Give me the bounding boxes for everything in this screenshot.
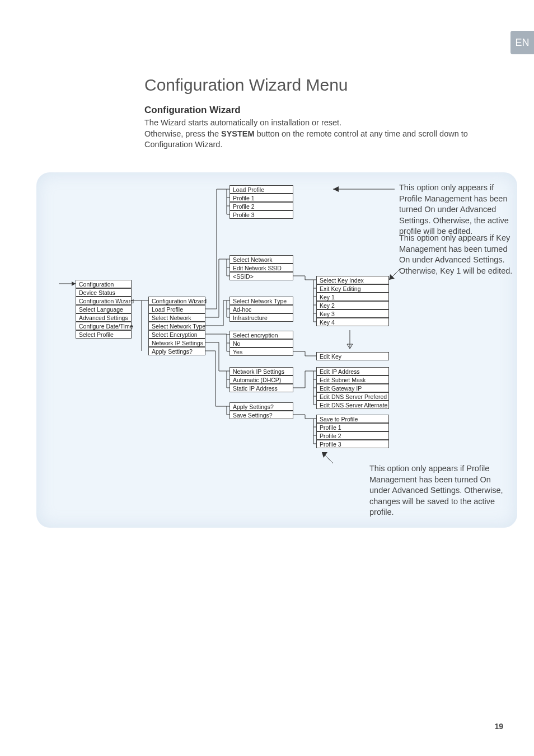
annotation-key-mgmt: This option only appears if Key Manageme… [399, 233, 517, 276]
ssid-value: <SSID> [229, 272, 293, 280]
wizard-select-encryption: Select Encryption [148, 330, 205, 339]
header-block: Configuration Wizard Menu Configuration … [144, 76, 500, 151]
edit-ip-address: Edit IP Address [316, 367, 389, 375]
ip-automatic: Automatic (DHCP) [229, 375, 293, 384]
key-4: Key 4 [316, 318, 389, 326]
menu-config-wizard: Configuration Wizard [76, 297, 132, 305]
menu-configuration: Configuration [76, 280, 132, 288]
system-label: SYSTEM [221, 129, 255, 138]
edit-key: Edit Key [316, 352, 389, 360]
page-title: Configuration Wizard Menu [144, 76, 500, 95]
wizard-select-network-type: Select Network Type [148, 322, 205, 330]
menu-configure-datetime: Configure Date/Time [76, 322, 132, 330]
wizard-title: Configuration Wizard [148, 297, 205, 305]
network-type-adhoc: Ad-hoc [229, 305, 293, 313]
svg-marker-40 [333, 186, 339, 192]
intro-line2a: Otherwise, press the [144, 129, 221, 138]
edit-dns-prefered: Edit DNS Server Prefered [316, 392, 389, 401]
intro-line1: The Wizard starts automatically on insta… [144, 118, 341, 127]
svg-marker-1 [72, 281, 76, 286]
exit-key-editing: Exit Key Editing [316, 284, 389, 293]
wizard-load-profile: Load Profile [148, 305, 205, 313]
save-settings-q: Save Settings? [229, 411, 293, 419]
select-key-index: Select Key Index [316, 276, 389, 284]
key-1: Key 1 [316, 293, 389, 301]
section-subtitle: Configuration Wizard [144, 105, 500, 116]
load-profile-2: Profile 2 [229, 202, 293, 210]
wizard-apply-settings: Apply Settings? [148, 347, 205, 355]
network-ip-header: Network IP Settings [229, 367, 293, 375]
menu-device-status: Device Status [76, 288, 132, 297]
encryption-no: No [229, 339, 293, 348]
select-network-header: Select Network [229, 255, 293, 264]
annotation-save-profile: This option only appears if Profile Mana… [369, 463, 509, 518]
network-type-infrastructure: Infrastructure [229, 313, 293, 322]
annotation-key-mgmt-b: Otherwise, Key 1 will be edited. [399, 266, 512, 275]
annotation-key-mgmt-a: This option only appears if Key Manageme… [399, 233, 510, 264]
menu-advanced-settings: Advanced Settings [76, 313, 132, 322]
language-tab: EN [510, 31, 534, 54]
page-number: 19 [494, 722, 503, 731]
save-profile-2: Profile 2 [316, 431, 389, 440]
wizard-select-network: Select Network [148, 313, 205, 322]
key-3: Key 3 [316, 309, 389, 318]
save-to-profile: Save to Profile [316, 415, 389, 423]
save-profile-3: Profile 3 [316, 440, 389, 448]
edit-network-ssid: Edit Network SSID [229, 264, 293, 272]
apply-settings-q: Apply Settings? [229, 402, 293, 411]
save-profile-1: Profile 1 [316, 423, 389, 431]
diagram-panel: Configuration Device Status Configuratio… [36, 172, 517, 528]
select-network-type-header: Select Network Type [229, 297, 293, 305]
menu-select-profile: Select Profile [76, 330, 132, 339]
edit-gateway-ip: Edit Gateway IP [316, 384, 389, 392]
load-profile-header: Load Profile [229, 185, 293, 194]
edit-dns-alternate: Edit DNS Server Alternate [316, 401, 389, 409]
select-encryption-header: Select encryption [229, 331, 293, 339]
encryption-yes: Yes [229, 348, 293, 356]
load-profile-3: Profile 3 [229, 210, 293, 219]
wizard-network-ip: Network IP Settings [148, 339, 205, 347]
key-2: Key 2 [316, 301, 389, 309]
menu-select-language: Select Language [76, 305, 132, 313]
ip-static: Static IP Address [229, 384, 293, 392]
intro-text: The Wizard starts automatically on insta… [144, 118, 500, 151]
edit-subnet-mask: Edit Subnet Mask [316, 375, 389, 384]
annotation-load-profile: This option only appears if Profile Mana… [399, 182, 517, 237]
load-profile-1: Profile 1 [229, 194, 293, 202]
